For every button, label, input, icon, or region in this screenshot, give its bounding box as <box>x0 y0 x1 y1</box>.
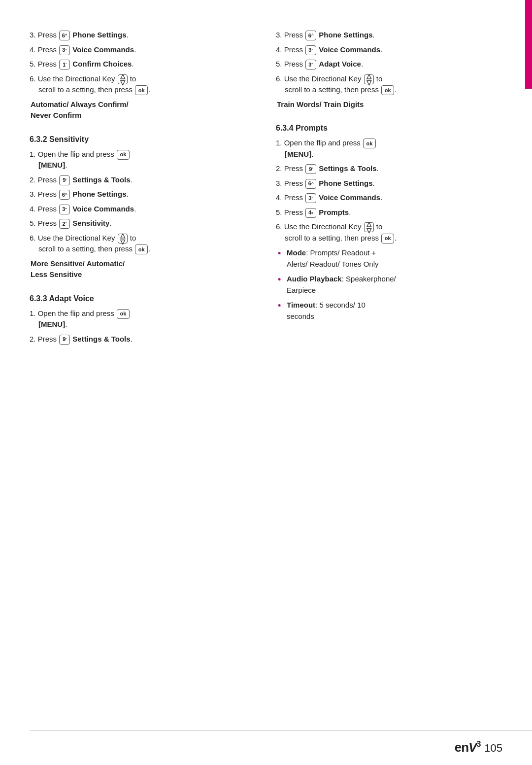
key-9-icon: 9' <box>59 335 70 345</box>
step-to: to <box>130 74 136 83</box>
section-634-heading: 6.3.4 Prompts <box>276 124 502 133</box>
step-632-6: 6. Use the Directional Key △▽ to scroll … <box>30 233 256 255</box>
ok-key-icon: ok <box>363 139 376 148</box>
step-634-2: 2. Press 9' Settings & Tools. <box>276 163 502 174</box>
key-6-icon: 6^ <box>59 31 70 40</box>
key-4-icon: 4s <box>305 208 316 218</box>
step-left-5: 5. Press 1' Confirm Choices. <box>30 59 256 70</box>
step-632-5: 5. Press 2° Sensitivity. <box>30 218 256 229</box>
step-634-3: 3. Press 6^ Phone Settings. <box>276 178 502 189</box>
footer: enV3 105 <box>455 740 502 755</box>
step-left-6: 6. Use the Directional Key △▽ to scroll … <box>30 73 256 96</box>
key-3-icon: 3" <box>59 205 70 214</box>
step-right-6: 6. Use the Directional Key △▽ to scroll … <box>276 73 502 96</box>
menu-label: [MENU] <box>38 161 65 169</box>
step-right-5: 5. Press 3" Adapt Voice. <box>276 59 502 70</box>
brand-logo: enV3 <box>455 740 481 755</box>
step-num: 4. Press <box>30 45 59 54</box>
menu-label: [MENU] <box>38 320 65 328</box>
ok-key-icon: ok <box>135 244 148 254</box>
step-label: Phone Settings <box>72 31 126 39</box>
key-6-icon: 6^ <box>305 31 316 40</box>
section-632-heading: 6.3.2 Sensitivity <box>30 135 256 144</box>
key-3b-icon: 3" <box>305 60 316 70</box>
step-634-1: 1. Open the flip and press ok [MENU]. <box>276 138 502 160</box>
key-3-icon: 3" <box>305 45 316 55</box>
ok-key-icon: ok <box>135 85 148 95</box>
step-right-3: 3. Press 6^ Phone Settings. <box>276 30 502 41</box>
ok-key-icon: ok <box>381 234 394 243</box>
section-633: 6.3.3 Adapt Voice 1. Open the flip and p… <box>30 294 256 348</box>
step-634-4: 4. Press 3" Voice Commands. <box>276 192 502 204</box>
step-634-5: 5. Press 4s Prompts. <box>276 207 502 218</box>
bullet-audio: Audio Playback: Speakerphone/Earpiece <box>278 274 502 296</box>
dir-key-icon: △▽ <box>364 222 374 232</box>
brand-v: V <box>468 740 476 755</box>
dir-key-icon: △▽ <box>118 74 128 84</box>
key-9-icon: 9' <box>59 175 70 185</box>
menu-label: [MENU] <box>285 150 311 158</box>
right-top-steps: 3. Press 6^ Phone Settings. 4. Press 3" … <box>276 30 502 115</box>
step-num: 5. Press <box>30 60 59 68</box>
key-1-icon: 1' <box>59 60 70 70</box>
section-632-options: More Sensitive/ Automatic/Less Sensitive <box>30 258 256 280</box>
step-label: Voice Commands <box>72 45 134 54</box>
step-632-2: 2. Press 9' Settings & Tools. <box>30 174 256 186</box>
key-9-icon: 9' <box>305 164 316 174</box>
step-num: 3. Press <box>30 31 59 39</box>
bullet-mode: Mode: Prompts/ Readout +Alerts/ Readout/… <box>278 247 502 270</box>
step-right-4: 4. Press 3" Voice Commands. <box>276 44 502 56</box>
bullet-timeout: Timeout: 5 seconds/ 10seconds <box>278 300 502 322</box>
page-number: 105 <box>484 742 502 755</box>
prompts-bullet-list: Mode: Prompts/ Readout +Alerts/ Readout/… <box>276 247 502 322</box>
key-2-icon: 2° <box>59 219 70 229</box>
step-left-3: 3. Press 6^ Phone Settings. <box>30 30 256 41</box>
step-633-1: 1. Open the flip and press ok [MENU]. <box>30 308 256 330</box>
dir-key-icon: △▽ <box>118 234 128 243</box>
key-3-icon: 3" <box>305 193 316 203</box>
brand-en: en <box>455 740 468 755</box>
key-6-icon: 6^ <box>59 190 70 200</box>
right-top-options: Train Words/ Train Digits <box>276 99 502 110</box>
ok-key-icon: ok <box>381 85 394 95</box>
key-3-icon: 3" <box>59 45 70 55</box>
right-column: 3. Press 6^ Phone Settings. 4. Press 3" … <box>276 30 502 357</box>
footer-divider <box>30 730 532 731</box>
left-top-steps: 3. Press 6^ Phone Settings. 4. Press 3" … <box>30 30 256 126</box>
accent-bar <box>525 0 532 89</box>
step-632-3: 3. Press 6^ Phone Settings. <box>30 189 256 200</box>
key-6-icon: 6^ <box>305 179 316 189</box>
left-top-options: Automatic/ Always Confirm/Never Confirm <box>30 99 256 121</box>
left-column: 3. Press 6^ Phone Settings. 4. Press 3" … <box>30 30 256 357</box>
ok-key-icon: ok <box>117 150 130 160</box>
step-632-1: 1. Open the flip and press ok [MENU]. <box>30 149 256 171</box>
step-633-2: 2. Press 9' Settings & Tools. <box>30 334 256 345</box>
brand-sup: 3 <box>476 740 480 748</box>
section-634: 6.3.4 Prompts 1. Open the flip and press… <box>276 124 502 326</box>
ok-key-icon: ok <box>117 309 130 319</box>
section-632: 6.3.2 Sensitivity 1. Open the flip and p… <box>30 135 256 285</box>
step-label: Confirm Choices <box>72 60 132 68</box>
section-633-heading: 6.3.3 Adapt Voice <box>30 294 256 303</box>
dir-key-icon: △▽ <box>364 74 374 84</box>
step-scroll: scroll to a setting, then press ok. <box>30 85 150 94</box>
step-632-4: 4. Press 3" Voice Commands. <box>30 204 256 215</box>
step-left-4: 4. Press 3" Voice Commands. <box>30 44 256 56</box>
step-634-6: 6. Use the Directional Key △▽ to scroll … <box>276 221 502 243</box>
step-num: 6. Use the Directional Key <box>30 74 117 83</box>
